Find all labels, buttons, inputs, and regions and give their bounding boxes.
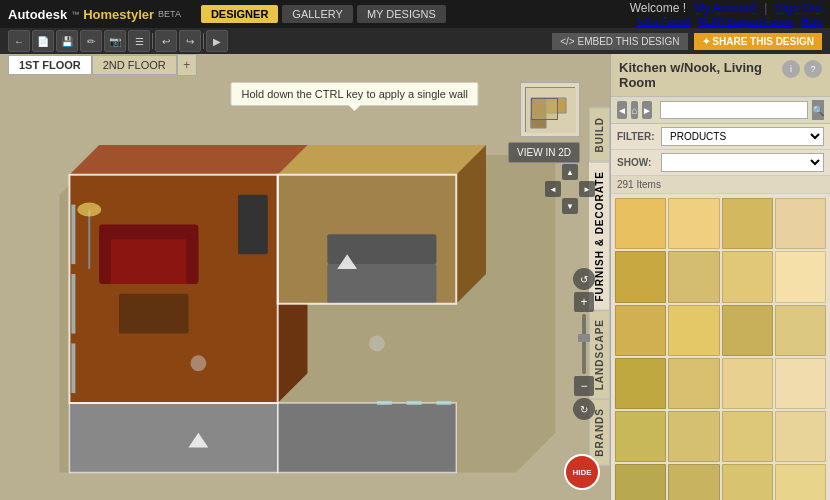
- help-link[interactable]: Help: [801, 16, 822, 27]
- swatch-warm-yellow-8[interactable]: [668, 305, 719, 356]
- gallery-nav-button[interactable]: GALLERY: [282, 5, 353, 23]
- svg-marker-13: [278, 175, 457, 304]
- designer-nav-button[interactable]: DESIGNER: [201, 5, 278, 23]
- panel-back-button[interactable]: ◄: [617, 101, 627, 119]
- hide-button[interactable]: HIDE: [564, 454, 600, 490]
- swatch-warm-yellow-12[interactable]: [668, 358, 719, 409]
- minimap[interactable]: [520, 82, 580, 137]
- swatch-warm-yellow-11[interactable]: [615, 358, 666, 409]
- support-forum-link[interactable]: NEW! Support Forum: [698, 16, 794, 27]
- swatch-warm-yellow-13[interactable]: [722, 358, 773, 409]
- panel-settings-button[interactable]: ?: [804, 60, 822, 78]
- floor-tab-1[interactable]: 1ST FLOOR: [8, 55, 92, 75]
- swatch-warm-tan-1[interactable]: [615, 411, 666, 462]
- toolbar-divider: [152, 33, 153, 49]
- show-row: SHOW:: [611, 150, 830, 176]
- tool-undo[interactable]: ↩: [155, 30, 177, 52]
- tool-icon-3[interactable]: 💾: [56, 30, 78, 52]
- minimap-svg: [526, 88, 576, 133]
- swatch-warm-yellow-5[interactable]: [668, 251, 719, 302]
- panel-search-input[interactable]: [660, 101, 808, 119]
- swatches-grid: [611, 194, 830, 500]
- swatch-warm-tan-2[interactable]: [668, 411, 719, 462]
- tool-redo[interactable]: ↪: [179, 30, 201, 52]
- zoom-controls: ↺ + − ↻: [573, 268, 595, 420]
- panel-search-button[interactable]: 🔍: [812, 100, 824, 120]
- main-area: Hold down the CTRL key to apply a single…: [0, 54, 830, 500]
- add-floor-button[interactable]: +: [177, 54, 197, 76]
- show-label: SHOW:: [617, 157, 655, 168]
- nav-up-button[interactable]: ▲: [562, 164, 578, 180]
- tool-icon-2[interactable]: 📄: [32, 30, 54, 52]
- my-designs-nav-button[interactable]: MY DESIGNS: [357, 5, 446, 23]
- swatch-warm-beige-4[interactable]: [775, 411, 826, 462]
- swatch-warm-yellow-7[interactable]: [615, 305, 666, 356]
- rotate-right-button[interactable]: ↻: [573, 398, 595, 420]
- swatch-warm-yellow-10[interactable]: [775, 305, 826, 356]
- nav-left-button[interactable]: ◄: [545, 181, 561, 197]
- swatch-warm-yellow-1[interactable]: [615, 198, 666, 249]
- swatch-warm-yellow-9[interactable]: [722, 305, 773, 356]
- swatch-warm-yellow-6[interactable]: [722, 251, 773, 302]
- filter-label: FILTER:: [617, 131, 655, 142]
- swatch-warm-tan-6[interactable]: [722, 464, 773, 500]
- swatch-warm-tan-4[interactable]: [615, 464, 666, 500]
- panel-home-button[interactable]: ⌂: [631, 101, 638, 119]
- side-tab-build[interactable]: BUILD: [589, 108, 610, 162]
- 3d-canvas: [0, 54, 610, 500]
- svg-rect-7: [99, 234, 111, 284]
- svg-marker-36: [546, 98, 566, 113]
- svg-rect-28: [407, 401, 422, 405]
- swatch-warm-yellow-2[interactable]: [668, 198, 719, 249]
- tool-icon-5[interactable]: 📷: [104, 30, 126, 52]
- nav-right-button[interactable]: ►: [579, 181, 595, 197]
- svg-marker-1: [60, 155, 556, 472]
- swatch-warm-tan-5[interactable]: [668, 464, 719, 500]
- tool-icon-4[interactable]: ✏: [80, 30, 102, 52]
- zoom-slider-track[interactable]: [582, 314, 586, 374]
- swatch-warm-yellow-3[interactable]: [722, 198, 773, 249]
- panel-forward-button[interactable]: ►: [642, 101, 652, 119]
- filter-dropdown[interactable]: PRODUCTS: [661, 127, 824, 146]
- swatch-warm-beige-1[interactable]: [775, 198, 826, 249]
- separator: |: [764, 1, 767, 15]
- tool-icon-6[interactable]: ☰: [128, 30, 150, 52]
- toolbar: ← 📄 💾 ✏ 📷 ☰ ↩ ↪ ▶ </> EMBED THIS DESIGN …: [0, 28, 830, 54]
- my-account-link[interactable]: My Account: [694, 1, 756, 15]
- embed-design-button[interactable]: </> EMBED THIS DESIGN: [552, 33, 687, 50]
- svg-rect-6: [99, 224, 198, 239]
- floor-tabs: 1ST FLOOR 2ND FLOOR +: [8, 54, 197, 76]
- panel-content: ◄ ⌂ ► 🔍 FILTER: PRODUCTS SHOW:: [611, 97, 830, 500]
- canvas-area[interactable]: Hold down the CTRL key to apply a single…: [0, 54, 610, 500]
- svg-rect-27: [377, 401, 392, 405]
- rotate-left-button[interactable]: ↺: [573, 268, 595, 290]
- tool-buttons: ← 📄 💾 ✏ 📷 ☰ ↩ ↪ ▶: [8, 30, 228, 52]
- zoom-in-button[interactable]: +: [574, 292, 594, 312]
- svg-marker-20: [69, 175, 277, 403]
- share-design-button[interactable]: ✦ SHARE THIS DESIGN: [694, 33, 822, 50]
- swatch-warm-tan-7[interactable]: [775, 464, 826, 500]
- nav-down-button[interactable]: ▼: [562, 198, 578, 214]
- swatch-warm-beige-2[interactable]: [775, 251, 826, 302]
- panel-info-button[interactable]: i: [782, 60, 800, 78]
- svg-rect-16: [327, 234, 436, 264]
- zoom-slider-handle[interactable]: [578, 334, 590, 342]
- svg-point-11: [77, 203, 101, 217]
- top-navigation: Autodesk ™ Homestyler BETA DESIGNER GALL…: [0, 0, 830, 28]
- sign-out-link[interactable]: Sign Out: [775, 1, 822, 15]
- floor-tab-2[interactable]: 2ND FLOOR: [92, 55, 177, 75]
- swatch-warm-yellow-4[interactable]: [615, 251, 666, 302]
- tell-a-friend-link[interactable]: Tell a Friend: [635, 16, 689, 27]
- svg-rect-8: [186, 234, 198, 284]
- floor-plan-svg: [0, 54, 610, 500]
- svg-rect-9: [119, 294, 188, 334]
- action-buttons: </> EMBED THIS DESIGN ✦ SHARE THIS DESIG…: [552, 33, 822, 50]
- svg-point-31: [369, 336, 385, 352]
- show-dropdown[interactable]: [661, 153, 824, 172]
- tool-icon-1[interactable]: ←: [8, 30, 30, 52]
- tool-icon-7[interactable]: ▶: [206, 30, 228, 52]
- view-2d-button[interactable]: VIEW IN 2D: [508, 142, 580, 163]
- zoom-out-button[interactable]: −: [574, 376, 594, 396]
- swatch-warm-beige-3[interactable]: [775, 358, 826, 409]
- swatch-warm-tan-3[interactable]: [722, 411, 773, 462]
